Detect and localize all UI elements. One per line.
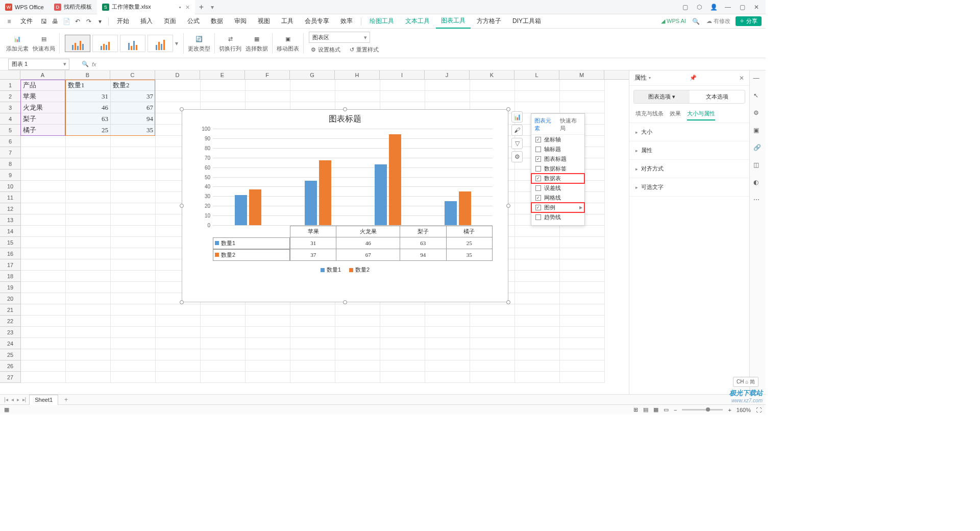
cell[interactable] [201,327,246,338]
view-break-icon[interactable]: ▦ [653,406,658,413]
col-header[interactable]: L [514,70,559,79]
resize-handle[interactable] [506,300,510,304]
zoom-out-button[interactable]: − [674,407,677,413]
cell[interactable] [111,203,156,214]
row-header[interactable]: 10 [0,181,20,192]
cell[interactable] [290,316,335,327]
menu-view[interactable]: 视图 [253,14,275,29]
cell[interactable] [470,338,515,349]
cell[interactable] [515,304,560,316]
cell[interactable] [21,293,66,304]
cell[interactable] [515,271,560,282]
cell[interactable] [246,304,290,316]
cell[interactable]: 94 [111,113,156,125]
chart-area-select[interactable]: 图表区 [309,32,370,43]
cell[interactable] [515,338,560,349]
popup-item-趋势线[interactable]: 趋势线 [531,212,584,222]
cell[interactable] [21,349,66,360]
menu-text-tools[interactable]: 文本工具 [400,14,435,29]
row-header[interactable]: 2 [0,91,20,102]
more-icon[interactable]: ⋯ [753,196,763,205]
col-header[interactable]: B [65,70,110,79]
cell[interactable] [246,80,290,91]
popup-item-网格线[interactable]: ✓网格线 [531,193,584,203]
cell[interactable] [201,316,246,327]
cell[interactable] [66,170,111,181]
cell[interactable] [515,259,560,271]
cell[interactable] [66,327,111,338]
cell[interactable] [335,91,380,102]
menu-diy[interactable]: DIY工具箱 [507,14,546,29]
menu-insert[interactable]: 插入 [135,14,158,29]
cell[interactable] [335,372,380,383]
name-box[interactable]: 图表 1 [8,59,69,70]
cell[interactable]: 产品 [21,80,66,91]
cell[interactable] [66,304,111,316]
pin-icon[interactable]: 📌 [690,75,697,81]
resize-handle[interactable] [180,300,184,304]
chart-title[interactable]: 图表标题 [182,110,508,129]
cell[interactable] [21,226,66,237]
search-icon[interactable]: 🔍 [691,16,701,27]
cell[interactable]: 63 [66,113,111,125]
row-header[interactable]: 18 [0,271,20,282]
row-header[interactable]: 13 [0,214,20,226]
col-header[interactable]: J [425,70,470,79]
cell[interactable] [246,349,290,360]
view-page-icon[interactable]: ▤ [643,406,648,413]
row-header[interactable]: 1 [0,80,20,91]
row-header[interactable]: 7 [0,147,20,158]
cell[interactable] [290,349,335,360]
bar-group[interactable] [213,129,283,225]
cell[interactable] [560,237,605,248]
row-header[interactable]: 21 [0,304,20,316]
cell[interactable] [515,316,560,327]
row-header[interactable]: 15 [0,237,20,248]
wps-ai-button[interactable]: ◢ WPS AI [661,18,686,25]
chart-elements-button[interactable]: 📊 [511,111,523,123]
cell[interactable] [335,304,380,316]
resize-handle[interactable] [180,204,184,208]
redo-icon[interactable]: ↷ [84,16,94,27]
sheet-last-icon[interactable]: ▸| [22,397,27,402]
resize-handle[interactable] [343,107,347,111]
cell[interactable] [560,282,605,293]
row-header[interactable]: 16 [0,248,20,259]
cell[interactable] [66,338,111,349]
cell[interactable]: 数量1 [66,80,111,91]
row-header[interactable]: 19 [0,282,20,293]
col-header[interactable]: I [380,70,425,79]
cell[interactable] [66,214,111,226]
cell[interactable] [201,349,246,360]
row-header[interactable]: 5 [0,125,20,136]
col-header[interactable]: C [110,70,155,79]
cell[interactable] [290,327,335,338]
section-size[interactable]: 大小 [629,123,749,141]
menu-draw-tools[interactable]: 绘图工具 [364,14,399,29]
panel-tab-text-options[interactable]: 文本选项 [690,90,745,103]
cell[interactable] [290,80,335,91]
shape-icon[interactable]: ◐ [753,179,763,188]
bar-group[interactable] [423,129,493,225]
cell[interactable] [380,80,425,91]
cell[interactable] [21,214,66,226]
tab-template[interactable]: D 找稻壳模板 [49,0,97,14]
cell[interactable] [21,136,66,147]
cell[interactable] [246,91,290,102]
cell[interactable] [470,327,515,338]
cell[interactable] [66,158,111,170]
cell[interactable] [425,80,470,91]
cell[interactable] [66,360,111,372]
cell[interactable]: 火龙果 [21,102,66,113]
print-icon[interactable]: 🖶 [50,16,60,27]
subtab-effect[interactable]: 效果 [670,110,681,120]
cell[interactable] [560,259,605,271]
checkbox-icon[interactable]: ✓ [535,176,541,181]
cell[interactable] [21,271,66,282]
chart-filter-button[interactable]: ▽ [511,138,523,149]
cell[interactable] [156,316,201,327]
cell[interactable] [425,304,470,316]
cell[interactable] [111,327,156,338]
cell[interactable] [515,282,560,293]
cell[interactable] [66,147,111,158]
